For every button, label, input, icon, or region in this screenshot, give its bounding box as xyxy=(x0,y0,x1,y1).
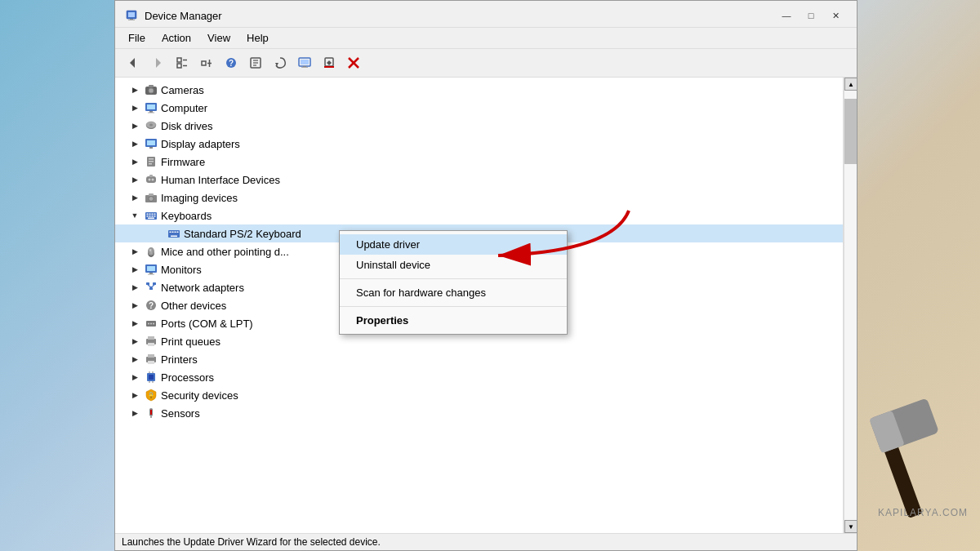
svg-rect-77 xyxy=(146,282,149,285)
svg-text:?: ? xyxy=(229,59,234,68)
svg-rect-74 xyxy=(147,266,155,271)
icon-hid xyxy=(145,173,158,186)
expand-arrow-processors: ▶ xyxy=(128,371,141,384)
processors-label: Processors xyxy=(161,371,214,384)
toolbar-expand-button[interactable] xyxy=(171,52,194,73)
tree-item-disk-drives[interactable]: ▶ Disk drives xyxy=(115,117,843,135)
svg-rect-76 xyxy=(148,274,154,275)
other-devices-label: Other devices xyxy=(161,300,226,312)
svg-rect-55 xyxy=(149,214,151,216)
tree-item-keyboards[interactable]: ▼ Keyboards xyxy=(115,207,843,224)
expand-arrow-firmware: ▶ xyxy=(128,155,141,168)
menu-view[interactable]: View xyxy=(201,29,237,47)
ctx-uninstall-device[interactable]: Uninstall device xyxy=(340,255,567,275)
tree-item-hid[interactable]: ▶ Human Interface Devices xyxy=(115,171,843,189)
ctx-update-driver[interactable]: Update driver xyxy=(340,234,567,255)
expand-arrow-other: ▶ xyxy=(128,299,141,312)
icon-processors xyxy=(145,371,158,384)
svg-marker-4 xyxy=(130,58,135,68)
cameras-label: Cameras xyxy=(161,84,204,96)
expand-arrow-print-queues: ▶ xyxy=(128,335,141,348)
svg-rect-64 xyxy=(170,232,172,233)
toolbar-computer-button[interactable] xyxy=(293,52,316,73)
status-bar: Launches the Update Driver Wizard for th… xyxy=(115,533,857,550)
menu-bar: File Action View Help xyxy=(115,28,857,49)
imaging-label: Imaging devices xyxy=(161,192,238,204)
svg-rect-40 xyxy=(147,140,155,145)
svg-rect-3 xyxy=(128,20,135,20)
toolbar-properties-button[interactable] xyxy=(244,52,267,73)
svg-rect-72 xyxy=(149,249,151,251)
svg-rect-78 xyxy=(153,282,156,285)
tree-item-printers[interactable]: ▶ Printers xyxy=(115,350,843,368)
svg-marker-5 xyxy=(156,58,161,68)
title-bar-left: Device Manager xyxy=(125,9,222,22)
icon-other-devices: ? xyxy=(145,299,158,312)
scroll-down-button[interactable]: ▼ xyxy=(844,520,857,533)
expand-arrow-display: ▶ xyxy=(128,137,141,150)
svg-rect-60 xyxy=(152,216,154,217)
security-label: Security devices xyxy=(161,389,238,402)
tree-item-imaging[interactable]: ▶ Imaging devices xyxy=(115,189,843,207)
svg-rect-107 xyxy=(869,411,905,454)
svg-rect-31 xyxy=(149,85,154,87)
mice-label: Mice and other pointing d... xyxy=(161,246,289,258)
toolbar-refresh-button[interactable] xyxy=(269,52,292,73)
scrollbar-thumb[interactable] xyxy=(844,99,857,164)
ctx-scan-changes[interactable]: Scan for hardware changes xyxy=(340,282,567,303)
svg-point-47 xyxy=(149,179,151,181)
expand-arrow-network: ▶ xyxy=(128,281,141,294)
svg-rect-68 xyxy=(171,236,177,238)
expand-arrow-disk: ▶ xyxy=(128,119,141,132)
menu-file[interactable]: File xyxy=(122,29,152,47)
svg-rect-59 xyxy=(149,216,151,217)
svg-point-51 xyxy=(149,197,154,202)
menu-help[interactable]: Help xyxy=(240,29,275,47)
menu-action[interactable]: Action xyxy=(155,29,198,47)
network-label: Network adapters xyxy=(161,282,244,294)
toolbar-collapse-button[interactable] xyxy=(195,52,218,73)
tree-item-security[interactable]: ▶ 🔒 Security devices xyxy=(115,386,843,404)
toolbar-forward-button[interactable] xyxy=(146,52,169,73)
tree-item-processors[interactable]: ▶ Processors xyxy=(115,368,843,386)
toolbar-download-button[interactable] xyxy=(318,52,341,73)
icon-printers xyxy=(145,353,158,366)
scrollbar[interactable]: ▲ ▼ xyxy=(844,78,857,533)
svg-rect-58 xyxy=(147,216,149,217)
icon-sensors xyxy=(145,407,158,420)
icon-computer xyxy=(145,101,158,114)
tree-item-cameras[interactable]: ▶ Cameras xyxy=(115,81,843,99)
scroll-up-button[interactable]: ▲ xyxy=(844,78,857,91)
tree-item-sensors[interactable]: ▶ Sensors xyxy=(115,404,843,422)
svg-rect-35 xyxy=(148,113,154,113)
svg-point-38 xyxy=(149,124,153,127)
expand-arrow-hid: ▶ xyxy=(128,173,141,186)
status-text: Launches the Update Driver Wizard for th… xyxy=(122,536,381,548)
tree-item-print-queues[interactable]: ▶ Print queues xyxy=(115,332,843,350)
toolbar-back-button[interactable] xyxy=(122,52,145,73)
ctx-properties[interactable]: Properties xyxy=(340,310,567,331)
svg-rect-7 xyxy=(177,64,181,68)
svg-line-81 xyxy=(151,285,154,287)
scrollbar-thumb-area[interactable] xyxy=(844,91,857,520)
watermark: KAPILARYA.COM xyxy=(878,507,968,518)
toolbar-remove-button[interactable] xyxy=(342,52,365,73)
tree-item-display-adapters[interactable]: ▶ Display adapters xyxy=(115,135,843,153)
svg-rect-65 xyxy=(172,232,174,233)
tree-item-firmware[interactable]: ▶ Firmware xyxy=(115,153,843,171)
svg-rect-44 xyxy=(149,161,154,162)
icon-mice xyxy=(145,245,158,258)
svg-rect-49 xyxy=(149,175,153,177)
svg-rect-10 xyxy=(202,61,206,65)
context-menu: Update driver Uninstall device Scan for … xyxy=(339,230,568,335)
close-button[interactable]: ✕ xyxy=(824,7,847,24)
svg-rect-33 xyxy=(147,104,155,109)
expand-arrow-security: ▶ xyxy=(128,389,141,402)
toolbar-help-button[interactable]: ? xyxy=(220,52,243,73)
keyboards-label: Keyboards xyxy=(161,210,212,222)
maximize-button[interactable]: □ xyxy=(800,7,822,24)
svg-point-48 xyxy=(152,179,154,181)
tree-item-computer[interactable]: ▶ Computer xyxy=(115,99,843,117)
minimize-button[interactable]: — xyxy=(775,7,798,24)
icon-ports xyxy=(145,317,158,330)
